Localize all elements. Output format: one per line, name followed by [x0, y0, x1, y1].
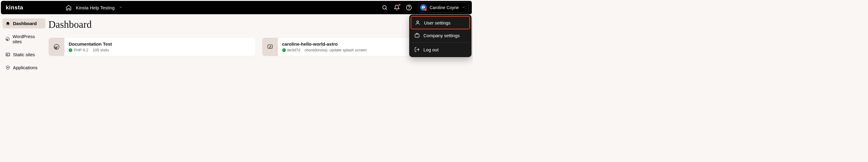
- home-icon[interactable]: [66, 4, 72, 10]
- site-card[interactable]: Documentation Test PHP 8.2 105 visits: [49, 37, 256, 56]
- search-icon[interactable]: [382, 4, 388, 10]
- chevron-down-icon[interactable]: [119, 5, 123, 10]
- check-icon: [282, 48, 286, 52]
- nav-static-sites[interactable]: Static sites: [2, 50, 45, 60]
- menu-item-log-out[interactable]: Log out: [411, 43, 470, 56]
- menu-label: Log out: [424, 47, 438, 52]
- wordpress-icon: [5, 37, 10, 41]
- user-dropdown-menu: User settings Company settings Log out: [409, 14, 471, 57]
- menu-item-company-settings[interactable]: Company settings: [411, 29, 470, 41]
- status-badge: de3d7d: [282, 48, 300, 52]
- notification-badge: [399, 4, 400, 6]
- check-icon: [69, 48, 72, 52]
- nav-label: Dashboard: [13, 21, 37, 26]
- svg-rect-4: [415, 34, 419, 37]
- wordpress-icon: [54, 44, 60, 50]
- svg-point-2: [409, 9, 409, 9]
- menu-label: User settings: [424, 20, 451, 25]
- status-badge: PHP 8.2: [69, 48, 88, 52]
- app-header: kinsta Kinsta Help Testing Caroline Coyn…: [1, 1, 472, 14]
- card-icon-area: [262, 38, 278, 56]
- avatar: [420, 4, 427, 11]
- main-layout: Dashboard WordPress sites Static sites A…: [0, 14, 473, 75]
- menu-label: Company settings: [424, 33, 460, 38]
- user-name: Caroline Coyne: [430, 5, 459, 10]
- cards-row: Documentation Test PHP 8.2 105 visits c: [49, 37, 469, 56]
- svg-point-3: [417, 21, 418, 23]
- nav-label: Static sites: [13, 52, 35, 57]
- nav-wordpress-sites[interactable]: WordPress sites: [2, 31, 45, 46]
- svg-point-0: [382, 5, 386, 9]
- breadcrumb: Kinsta Help Testing: [66, 4, 123, 10]
- bell-icon[interactable]: [394, 4, 400, 10]
- user-icon: [415, 20, 421, 25]
- header-actions: Caroline Coyne: [382, 2, 469, 13]
- nav-applications[interactable]: Applications: [2, 63, 45, 72]
- breadcrumb-company[interactable]: Kinsta Help Testing: [76, 5, 115, 10]
- card-meta: de3d7d chore(kinsta): update splash scre…: [282, 48, 367, 52]
- briefcase-icon: [414, 33, 420, 38]
- card-body: Documentation Test PHP 8.2 105 visits: [64, 38, 116, 56]
- card-icon-area: [49, 38, 64, 56]
- card-body: caroline-hello-world-astro de3d7d chore(…: [278, 38, 371, 56]
- nav-label: WordPress sites: [12, 34, 42, 44]
- sidebar: Dashboard WordPress sites Static sites A…: [0, 19, 45, 75]
- menu-item-user-settings[interactable]: User settings: [411, 16, 470, 29]
- logout-icon: [414, 47, 420, 52]
- brand-logo[interactable]: kinsta: [6, 4, 23, 11]
- nav-dashboard[interactable]: Dashboard: [2, 19, 45, 28]
- chevron-down-icon: [462, 5, 465, 10]
- user-menu-trigger[interactable]: Caroline Coyne: [418, 2, 469, 13]
- static-icon: [5, 52, 10, 57]
- card-title: Documentation Test: [69, 41, 112, 46]
- status-text: de3d7d: [287, 48, 300, 52]
- menu-divider: [411, 42, 470, 43]
- help-icon[interactable]: [406, 4, 412, 10]
- status-text: PHP 8.2: [74, 48, 88, 52]
- home-icon: [5, 21, 10, 26]
- card-meta: PHP 8.2 105 visits: [69, 48, 112, 52]
- meta-text: chore(kinsta): update splash screen: [305, 48, 367, 52]
- main-content: Dashboard Documentation Test PHP 8.2 105…: [45, 19, 473, 75]
- card-title: caroline-hello-world-astro: [282, 41, 367, 46]
- nav-label: Applications: [13, 65, 37, 70]
- static-icon: [267, 44, 273, 50]
- meta-text: 105 visits: [93, 48, 109, 52]
- page-title: Dashboard: [49, 19, 469, 30]
- applications-icon: [5, 65, 10, 70]
